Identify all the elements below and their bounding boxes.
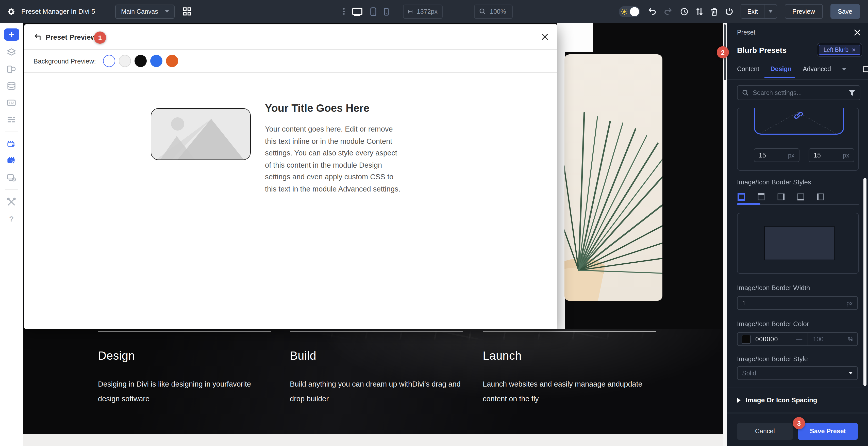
- panel-header: Preset: [737, 28, 860, 37]
- image-icon-spacing-section[interactable]: Image Or Icon Spacing: [737, 396, 817, 404]
- border-right-icon[interactable]: [777, 192, 785, 201]
- portability-icon[interactable]: [696, 7, 703, 16]
- panel-scrollbar-thumb[interactable]: [863, 178, 866, 386]
- field-card-icon[interactable]: [7, 98, 16, 108]
- undo-icon[interactable]: [648, 8, 656, 15]
- pages-icon[interactable]: [7, 64, 16, 74]
- active-tab-underline: [765, 77, 795, 78]
- border-styles-label: Image/Icon Border Styles: [737, 178, 811, 186]
- active-preset-tag[interactable]: Left Blurb ✕: [819, 45, 860, 55]
- border-style-value: Solid: [742, 369, 756, 377]
- border-preview-box: [737, 213, 859, 274]
- feature-column-design: Design Desiging in Divi is like designin…: [98, 329, 271, 406]
- sun-icon: [621, 8, 627, 14]
- preview-mode-icon[interactable]: [862, 66, 868, 72]
- color-swatch-chip[interactable]: [742, 334, 751, 344]
- visibility-layers-icon[interactable]: [7, 173, 16, 182]
- database-icon[interactable]: [7, 81, 16, 91]
- column-divider: [483, 331, 656, 332]
- border-preview-rectangle: [765, 226, 835, 260]
- layers-icon[interactable]: [7, 48, 16, 57]
- help-icon[interactable]: ?: [7, 214, 16, 224]
- active-preset-name: Left Blurb: [824, 47, 848, 53]
- tools-icon[interactable]: [7, 197, 16, 207]
- radius-input-left[interactable]: 15 px: [754, 148, 800, 162]
- panel-close-icon[interactable]: [854, 29, 860, 35]
- trash-icon[interactable]: [711, 7, 718, 16]
- search-placeholder: Search settings...: [753, 89, 845, 96]
- column-divider: [98, 331, 271, 332]
- swatch-light-gray[interactable]: [119, 55, 131, 67]
- power-icon[interactable]: [725, 7, 733, 16]
- border-bottom-icon[interactable]: [797, 192, 805, 201]
- exit-dropdown-chevron-icon[interactable]: [765, 5, 777, 18]
- cancel-button[interactable]: Cancel: [737, 423, 793, 440]
- background-swatches: [103, 55, 178, 67]
- module-presets-title: Blurb Presets: [737, 46, 786, 54]
- canvas-selector-dropdown[interactable]: Main Canvas: [116, 4, 175, 19]
- zoom-level-input[interactable]: 100%: [474, 4, 513, 19]
- feature-title: Design: [98, 349, 271, 363]
- link-values-icon[interactable]: [793, 109, 804, 119]
- tab-design[interactable]: Design: [771, 65, 792, 72]
- tablet-view-icon[interactable]: [370, 7, 377, 16]
- column-divider: [290, 331, 463, 332]
- back-arrow-icon[interactable]: [33, 33, 41, 40]
- add-module-button[interactable]: [4, 28, 19, 41]
- exit-button[interactable]: Exit: [741, 4, 777, 19]
- swatch-orange[interactable]: [166, 55, 178, 67]
- color-opacity-value[interactable]: 100: [808, 335, 824, 343]
- filter-funnel-icon[interactable]: [849, 90, 855, 96]
- swatch-black[interactable]: [134, 55, 147, 67]
- spacing-section-label: Image Or Icon Spacing: [746, 396, 817, 404]
- more-options-icon[interactable]: [343, 8, 345, 15]
- border-tabs-active-underline: [737, 203, 761, 205]
- border-style-label: Image/Icon Border Style: [737, 355, 808, 363]
- desktop-view-icon[interactable]: [352, 7, 363, 16]
- blurb-placeholder-image: [151, 108, 251, 160]
- phone-view-icon[interactable]: [384, 7, 389, 16]
- border-width-label: Image/Icon Border Width: [737, 284, 810, 292]
- border-radius-widget[interactable]: 15 px 15 px: [737, 108, 859, 171]
- top-bar: Preset Manager In Divi 5 Main Canvas: [0, 0, 868, 23]
- feature-column-build: Build Build anything you can dream up wi…: [290, 329, 463, 406]
- tab-advanced[interactable]: Advanced: [803, 65, 831, 72]
- swatch-blue[interactable]: [150, 55, 162, 67]
- chevron-down-icon: [165, 10, 169, 13]
- radius-input-right[interactable]: 15 px: [809, 148, 854, 162]
- search-settings-input[interactable]: Search settings...: [737, 85, 860, 100]
- border-style-select[interactable]: Solid: [737, 366, 858, 380]
- panel-divider: [727, 412, 868, 413]
- close-icon[interactable]: [541, 33, 548, 40]
- border-top-icon[interactable]: [757, 192, 766, 201]
- border-left-icon[interactable]: [816, 192, 825, 201]
- swatch-white[interactable]: [103, 55, 115, 67]
- step-badge-3: 3: [793, 417, 805, 429]
- border-all-sides-icon[interactable]: [737, 192, 746, 201]
- module-presets-row: Blurb Presets Left Blurb ✕: [737, 43, 860, 56]
- grid-view-icon[interactable]: [183, 7, 192, 16]
- redo-icon[interactable]: [664, 8, 673, 15]
- step-badge-1: 1: [94, 31, 106, 44]
- tabs-chevron-down-icon[interactable]: [842, 68, 846, 70]
- save-preset-button[interactable]: Save Preset: [798, 423, 858, 440]
- preview-button[interactable]: Preview: [785, 4, 823, 19]
- remove-preset-icon[interactable]: ✕: [851, 47, 856, 53]
- color-hex-value[interactable]: 000000: [755, 335, 778, 343]
- color-dash: —: [796, 335, 807, 343]
- canvas-scrollbar[interactable]: [723, 23, 727, 446]
- module-presets-icon[interactable]: [7, 156, 16, 166]
- element-presets-icon[interactable]: [7, 139, 16, 149]
- page-title: Preset Manager In Divi 5: [21, 8, 95, 15]
- settings-gear-icon[interactable]: [7, 7, 15, 16]
- border-width-input[interactable]: 1 px: [737, 296, 858, 310]
- history-icon[interactable]: [680, 7, 688, 16]
- page-white-edge: [557, 23, 565, 330]
- page-features-section: Design Desiging in Divi is like designin…: [23, 329, 723, 434]
- tab-content[interactable]: Content: [737, 65, 760, 72]
- save-button[interactable]: Save: [830, 4, 860, 19]
- border-color-input[interactable]: 000000 — 100 %: [737, 332, 858, 346]
- theme-toggle[interactable]: [619, 6, 640, 17]
- canvas-width-input[interactable]: 1372px: [403, 4, 443, 19]
- list-rows-icon[interactable]: [7, 115, 16, 124]
